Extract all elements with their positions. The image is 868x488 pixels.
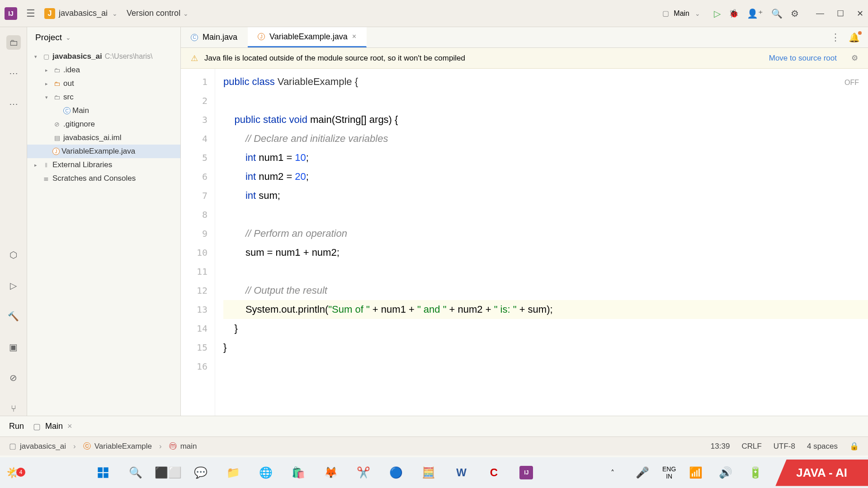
svg-rect-2 — [98, 473, 103, 478]
tray-expand-icon[interactable]: ˄ — [603, 463, 623, 483]
code-with-me-icon[interactable]: 👤⁺ — [747, 8, 763, 19]
tab-label: VariableExample.java — [269, 32, 348, 42]
structure-tool-icon[interactable]: ⋯ — [6, 66, 21, 80]
notifications-icon[interactable]: 🔔 — [849, 32, 860, 43]
firefox-icon[interactable]: 🦊 — [321, 463, 341, 483]
project-selector[interactable]: J javabasics_ai ⌄ — [44, 8, 118, 19]
more-tool-icon[interactable]: ⋯ — [6, 97, 21, 111]
tree-file-gitignore[interactable]: ⊘ .gitignore — [27, 117, 180, 131]
store-icon[interactable]: 🛍️ — [288, 463, 308, 483]
snip-icon[interactable]: ✂️ — [354, 463, 373, 483]
chevron-down-icon: ⌄ — [695, 10, 700, 17]
titlebar-left: IJ ☰ J javabasics_ai ⌄ Version control ⌄ — [5, 7, 189, 20]
tree-class-main[interactable]: C Main — [27, 104, 180, 117]
line-separator[interactable]: CRLF — [741, 442, 761, 451]
chevron-down-icon: ⌄ — [112, 10, 118, 17]
module-icon: ▢ — [33, 422, 41, 432]
status-bar: ▢javabasics_ai › ⓒVariableExample › ⓜmai… — [0, 436, 868, 455]
breadcrumb[interactable]: ▢javabasics_ai › ⓒVariableExample › ⓜmai… — [9, 441, 197, 451]
hamburger-icon[interactable]: ☰ — [26, 8, 35, 19]
tree-folder-idea[interactable]: ▸ 🗀 .idea — [27, 63, 180, 77]
services-tool-icon[interactable]: ⬡ — [6, 248, 21, 262]
tree-folder-out[interactable]: ▸ 🗀 out — [27, 77, 180, 90]
indent[interactable]: 4 spaces — [807, 442, 838, 451]
tree-scratches[interactable]: ≣ Scratches and Consoles — [27, 172, 180, 185]
tree-project-root[interactable]: ▾ ▢ javabasics_ai C:\Users\haris\ — [27, 50, 180, 63]
vcs-tool-icon[interactable]: ⑂ — [6, 401, 21, 416]
status-right: 13:39 CRLF UTF-8 4 spaces 🔒 — [711, 441, 859, 451]
chevron-down-icon: ⌄ — [181, 10, 189, 17]
project-badge-icon: J — [44, 8, 55, 19]
run-tab-main[interactable]: ▢ Main × — [33, 422, 72, 432]
run-tool-icon[interactable]: ▷ — [6, 278, 21, 293]
wifi-icon[interactable]: 📶 — [686, 463, 706, 483]
chrome-icon[interactable]: 🔵 — [386, 463, 406, 483]
windows-taskbar: 🌤️ 4 🔍 ⬛⬜ 💬 📁 🌐 🛍️ 🦊 ✂️ 🔵 🧮 W C IJ ˄ 🎤 E… — [0, 457, 868, 488]
project-panel: Project ⌄ ▾ ▢ javabasics_ai C:\Users\har… — [27, 27, 181, 416]
tree-file-iml[interactable]: ▤ javabasics_ai.iml — [27, 131, 180, 145]
maximize-icon[interactable]: ☐ — [837, 9, 844, 19]
edge-icon[interactable]: 🌐 — [256, 463, 276, 483]
class-icon: C — [63, 107, 71, 114]
system-tray: ˄ 🎤 ENGIN 📶 🔊 🔋 JAVA - AI — [603, 460, 868, 486]
language-indicator[interactable]: ENGIN — [662, 465, 676, 480]
version-control-menu[interactable]: Version control ⌄ — [127, 9, 189, 18]
code-editor[interactable]: 1 2 3 4 5 6 7 8 9 10 11 12 13 14 15 16 O… — [181, 69, 868, 416]
project-name: javabasics_ai — [59, 9, 108, 18]
terminal-tool-icon[interactable]: ▣ — [6, 340, 21, 354]
calculator-icon[interactable]: 🧮 — [419, 463, 439, 483]
tab-variable-example[interactable]: J VariableExample.java × — [248, 27, 367, 47]
run-config-label: Main — [674, 9, 689, 18]
svg-rect-1 — [104, 467, 109, 472]
debug-icon[interactable]: 🐞 — [729, 9, 739, 19]
encoding[interactable]: UTF-8 — [774, 442, 795, 451]
project-tool-icon[interactable]: 🗀 — [6, 35, 21, 50]
tree-file-variable-example[interactable]: J VariableExample.java — [27, 145, 180, 158]
project-panel-header[interactable]: Project ⌄ — [27, 27, 180, 48]
run-icon[interactable]: ▷ — [714, 8, 721, 19]
search-icon[interactable]: 🔍 — [771, 8, 783, 19]
readonly-lock-icon[interactable]: 🔒 — [849, 441, 859, 451]
app-icon[interactable]: IJ — [5, 7, 17, 20]
close-icon[interactable]: ✕ — [857, 9, 863, 19]
java-file-icon: J — [258, 33, 265, 40]
tab-main-java[interactable]: C Main.java — [181, 27, 248, 47]
tree-external-libraries[interactable]: ▸ ⫴ External Libraries — [27, 158, 180, 172]
taskbar-weather[interactable]: 🌤️ 4 — [0, 466, 27, 480]
intellij-icon[interactable]: IJ — [516, 463, 536, 483]
banner-settings-icon[interactable]: ⚙ — [851, 53, 858, 63]
notification-badge: 4 — [16, 468, 25, 477]
project-tree: ▾ ▢ javabasics_ai C:\Users\haris\ ▸ 🗀 .i… — [27, 48, 180, 187]
cursor-position[interactable]: 13:39 — [711, 442, 730, 451]
tab-options-icon[interactable]: ⋮ — [830, 32, 840, 43]
tree-folder-src[interactable]: ▾ 🗀 src — [27, 90, 180, 104]
mic-icon[interactable]: 🎤 — [632, 463, 652, 483]
search-icon[interactable]: 🔍 — [126, 463, 146, 483]
close-tab-icon[interactable]: × — [352, 33, 356, 41]
start-icon[interactable] — [93, 463, 113, 483]
tab-label: Main.java — [203, 33, 237, 42]
file-explorer-icon[interactable]: 📁 — [223, 463, 243, 483]
run-config-selector[interactable]: ▢ Main ⌄ — [657, 7, 706, 19]
close-tab-icon[interactable]: × — [67, 422, 72, 431]
banner-message: Java file is located outside of the modu… — [204, 54, 465, 63]
word-icon[interactable]: W — [451, 463, 471, 483]
main-area: 🗀 ⋯ ⋯ ⬡ ▷ 🔨 ▣ ⊘ ⑂ Project ⌄ ▾ ▢ javabasi… — [0, 27, 868, 416]
minimize-icon[interactable]: — — [816, 9, 824, 19]
titlebar-right: ▢ Main ⌄ ▷ 🐞 👤⁺ 🔍 ⚙ — ☐ ✕ — [657, 7, 863, 19]
inspections-badge[interactable]: OFF — [844, 73, 859, 92]
run-tool-title[interactable]: Run — [9, 422, 24, 431]
class-icon: C — [191, 34, 198, 41]
teams-icon[interactable]: 💬 — [191, 463, 211, 483]
camtasia-icon[interactable]: C — [484, 463, 504, 483]
build-tool-icon[interactable]: 🔨 — [6, 309, 21, 324]
volume-icon[interactable]: 🔊 — [716, 463, 736, 483]
task-view-icon[interactable]: ⬛⬜ — [158, 463, 178, 483]
problems-tool-icon[interactable]: ⊘ — [6, 371, 21, 385]
editor-tabs: C Main.java J VariableExample.java × ⋮ 🔔 — [181, 27, 868, 48]
code-content[interactable]: OFF public class VariableExample { publi… — [215, 69, 868, 416]
warning-banner: ⚠ Java file is located outside of the mo… — [181, 48, 868, 69]
battery-icon[interactable]: 🔋 — [745, 463, 765, 483]
settings-icon[interactable]: ⚙ — [791, 8, 799, 19]
banner-action-link[interactable]: Move to source root — [769, 54, 837, 63]
